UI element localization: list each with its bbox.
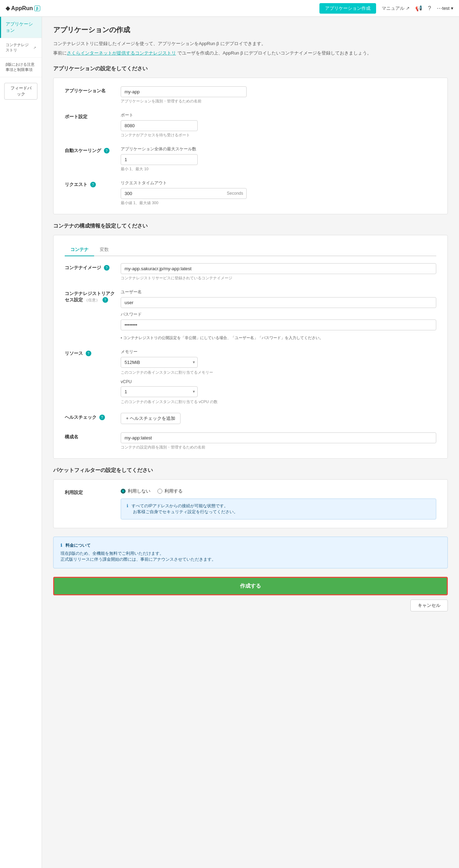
port-hint: コンテナがアクセスを待ち受けるポート [121,132,436,138]
app-name-input[interactable] [121,86,247,97]
scaling-label: 自動スケーリング [65,148,101,153]
option-no-label[interactable]: 利用しない [121,488,150,494]
resource-row: リソース ? メモリー 256MiB 512MiB 1GiB 2GiB ▾ [65,349,436,404]
info-line2: お客様ご自身でセキュリティ設定を行なってください。 [133,509,238,514]
pricing-line2: 正式版リリースに伴う課金開始の際には、事前にアナウンスさせていただきます。 [61,557,440,562]
app-name-hint: アプリケーションを識別・管理するための名前 [121,99,436,104]
external-link-icon: ↗ [406,6,410,11]
option-yes-text: 利用する [164,488,183,494]
sidebar: アプリケーション コンテナレジストリ ↗ β版における注意事項と制限事項 フィー… [0,17,42,868]
memory-select[interactable]: 256MiB 512MiB 1GiB 2GiB [121,357,198,368]
option-yes-radio[interactable] [157,489,162,494]
header: ◆ AppRun β アプリケーション作成 マニュアル ↗ 📢 ? ⋯ test… [0,0,459,17]
vcpu-sublabel: vCPU [121,379,436,384]
page-title: アプリケーションの作成 [53,25,448,35]
info-line1: すべてのIPアドレスからの接続が可能な状態です。 [132,503,228,508]
image-input[interactable] [121,263,436,274]
logo: ◆ AppRun β [6,5,40,12]
request-label: リクエスト [65,182,87,187]
packet-filter-info: ℹ すべてのIPアドレスからの接続が可能な状態です。 お客様ご自身でセキュリティ… [121,498,436,519]
vcpu-select[interactable]: 0.25 0.5 1 2 [121,386,198,397]
notification-icon[interactable]: 📢 [415,5,422,12]
help-icon[interactable]: ? [428,5,431,12]
password-input[interactable] [121,320,436,330]
scaling-row: 自動スケーリング ? アプリケーション全体の最大スケール数 最小 1、最大 10 [65,146,436,172]
header-nav: マニュアル ↗ 📢 ? ⋯ [382,5,442,12]
scaling-help-icon[interactable]: ? [104,148,110,153]
intro-text-2: 事前にさくらインターネットが提供するコンテナレジストリ でユーザを作成の上、Ap… [53,50,448,57]
info-icon: ℹ [127,503,128,508]
packet-filter-card: 利用設定 利用しない 利用する ℹ [53,479,448,528]
create-button[interactable]: 作成する [53,577,448,595]
image-label: コンテナイメージ [65,265,101,270]
password-sublabel: パスワード [121,311,436,317]
container-tabs: コンテナ 変数 [65,244,436,256]
scaling-input[interactable] [121,154,198,165]
request-sublabel: リクエストタイムアウト [121,180,436,186]
container-settings-heading: コンテナの構成情報を設定してください [53,223,448,229]
registry-help-icon[interactable]: ? [103,297,108,303]
sidebar-item-label: アプリケーション [6,21,36,34]
health-help-icon[interactable]: ? [99,415,105,420]
option-yes-label[interactable]: 利用する [157,488,183,494]
username-input[interactable] [121,297,436,308]
registry-access-row: コンテナレジストリアクセス設定（任意） ? ユーザー名 パスワード • コンテナ… [65,289,436,340]
memory-hint: このコンテナの各インスタンスに割り当てるメモリー [121,370,436,375]
scaling-hint: 最小 1、最大 10 [121,166,436,172]
sidebar-item-application[interactable]: アプリケーション [0,17,42,38]
registry-link[interactable]: さくらインターネットが提供するコンテナレジストリ [67,50,176,56]
scaling-sublabel: アプリケーション全体の最大スケール数 [121,146,436,152]
usage-label: 利用設定 [65,490,83,495]
radio-group: 利用しない 利用する [121,488,436,494]
feedback-button[interactable]: フィードバック [4,83,37,100]
request-help-icon[interactable]: ? [90,182,96,187]
beta-badge: β [34,6,40,11]
add-health-check-button[interactable]: + ヘルスチェックを追加 [121,413,181,424]
layout: アプリケーション コンテナレジストリ ↗ β版における注意事項と制限事項 フィー… [0,0,459,868]
registry-note: • コンテナレジストリの公開設定を「非公開」にしている場合、「ユーザー名」「パス… [121,335,436,340]
pricing-title: ℹ 料金について [61,543,440,548]
packet-filter-heading: パケットフィルターの設定をしてください [53,467,448,474]
app-name-label: アプリケーション名 [65,88,106,93]
request-hint: 最小値 1、最大値 300 [121,200,436,206]
sidebar-item-label: コンテナレジストリ [6,42,31,53]
health-check-label: ヘルスチェック [65,415,97,420]
registry-optional: （任意） [84,298,100,302]
image-help-icon[interactable]: ? [104,265,110,271]
port-sublabel: ポート [121,112,436,118]
sidebar-item-notes[interactable]: β版における注意事項と制限事項 [0,58,42,77]
user-menu[interactable]: test ▾ [442,6,453,11]
main-content: アプリケーションの作成 コンテナレジストリに登録したイメージを使って、アプリケー… [42,17,459,868]
external-link-icon: ↗ [33,46,36,50]
pricing-line1: 現在β版のため、全機能を無料でご利用いただけます。 [61,551,440,557]
config-name-label: 構成名 [65,434,78,439]
header-create-button[interactable]: アプリケーション作成 [319,3,376,14]
app-settings-heading: アプリケーションの設定をしてください [53,65,448,72]
sidebar-item-registry[interactable]: コンテナレジストリ ↗ [0,38,42,58]
manual-link[interactable]: マニュアル ↗ [382,5,410,12]
port-row: ポート設定 ポート コンテナがアクセスを待ち受けるポート [65,112,436,138]
port-input[interactable] [121,120,198,131]
chevron-down-icon: ▾ [451,6,453,11]
port-label: ポート設定 [65,114,87,119]
app-settings-card: アプリケーション名 アプリケーションを識別・管理するための名前 ポート設定 ポー… [53,78,448,214]
cancel-button[interactable]: キャンセル [410,600,448,611]
app-name-row: アプリケーション名 アプリケーションを識別・管理するための名前 [65,86,436,104]
option-no-radio[interactable] [121,489,126,494]
config-name-input[interactable] [121,432,436,443]
tab-container[interactable]: コンテナ [65,244,94,256]
intro-text-1: コンテナレジストリに登録したイメージを使って、アプリケーションをAppRun β… [53,40,448,48]
config-name-hint: コンテナの設定内容を識別・管理するための名前 [121,445,436,450]
request-row: リクエスト ? リクエストタイムアウト Seconds 最小値 1、最大値 30… [65,180,436,206]
pricing-box: ℹ 料金について 現在β版のため、全機能を無料でご利用いただけます。 正式版リリ… [53,537,448,568]
image-row: コンテナイメージ ? コンテナレジストリサービスに登録されているコンテナイメージ [65,263,436,281]
memory-sublabel: メモリー [121,349,436,355]
image-hint: コンテナレジストリサービスに登録されているコンテナイメージ [121,275,436,281]
resource-help-icon[interactable]: ? [86,351,91,356]
username: test [442,6,450,11]
apps-icon[interactable]: ⋯ [437,5,442,12]
username-sublabel: ユーザー名 [121,289,436,295]
seconds-suffix: Seconds [227,191,243,196]
container-settings-card: コンテナ 変数 コンテナイメージ ? コンテナレジストリサービスに登録されている… [53,235,448,459]
tab-variables[interactable]: 変数 [94,244,114,256]
